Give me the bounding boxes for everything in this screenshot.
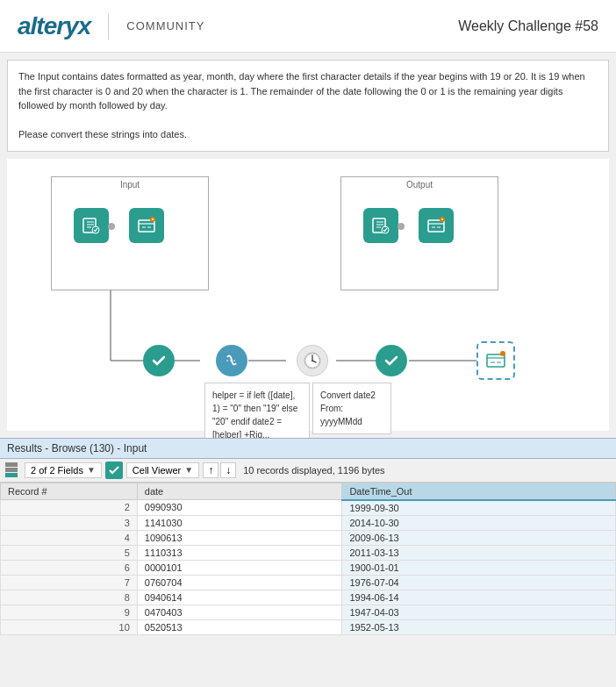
header-divider [108,13,109,39]
description-text2: Please convert these strings into dates. [18,127,598,142]
cell-record: 7 [1,575,138,590]
table-row: 8 0940614 1994-06-14 [1,590,616,605]
col-header-datetime[interactable]: DateTime_Out [342,483,616,500]
cell-record: 10 [1,619,138,634]
app-header: alteryx COMMUNITY Weekly Challenge #58 [0,0,616,53]
table-row: 4 1090613 2009-06-13 [1,530,616,545]
table-row: 2 0990930 1999-09-30 [1,500,616,516]
view-mode-icons [5,462,18,477]
cell-date: 0940614 [137,590,342,605]
sort-buttons: ↑ ↓ [203,462,236,478]
check-icon-green[interactable] [105,462,123,479]
cell-date: 1110313 [137,545,342,560]
col-header-record[interactable]: Record # [1,483,138,500]
anchor-dot1 [108,223,115,230]
community-label: COMMUNITY [126,19,204,32]
cell-date: 0520513 [137,619,342,634]
list-view-icon[interactable] [5,468,18,472]
cell-datetime: 1952-05-13 [342,619,616,634]
input-read-icon[interactable] [74,208,109,243]
viewer-label: Cell Viewer [133,465,181,476]
description-box: The Input contains dates formatted as ye… [7,60,609,152]
table-view-icon[interactable] [5,473,18,477]
svg-point-19 [312,359,313,361]
cell-datetime: 2014-10-30 [342,515,616,530]
col-header-date[interactable]: date [137,483,342,500]
browse-tool-end[interactable] [476,341,515,380]
cell-date: 0000101 [137,560,342,575]
output-read-icon[interactable] [363,208,398,243]
cell-datetime: 1947-04-03 [342,605,616,619]
challenge-title: Weekly Challenge #58 [458,18,598,34]
fields-label: 2 of 2 Fields [31,465,83,476]
records-info: 10 records displayed, 1196 bytes [243,465,384,476]
cell-date: 0470403 [137,605,342,619]
cell-datetime: 1900-01-01 [342,560,616,575]
cell-datetime: 1999-09-30 [342,500,616,516]
cell-record: 6 [1,560,138,575]
fields-dropdown[interactable]: 2 of 2 Fields ▼ [25,462,102,478]
table-row: 10 0520513 1952-05-13 [1,619,616,634]
cell-datetime: 2011-03-13 [342,545,616,560]
cell-datetime: 1976-07-04 [342,575,616,590]
datetime-tooltip-text: Convert date2 From: yyyyMMdd [320,390,376,426]
grid-view-icon[interactable] [5,462,18,467]
table-row: 3 1141030 2014-10-30 [1,515,616,530]
results-bar-label: Results - Browse (130) - Input [7,442,147,454]
results-section: Results - Browse (130) - Input 2 of 2 Fi… [0,438,616,635]
datetime-tool[interactable] [297,345,328,376]
cell-record: 4 [1,530,138,545]
table-row: 9 0470403 1947-04-03 [1,605,616,619]
results-bar: Results - Browse (130) - Input [0,438,616,459]
alteryx-logo: alteryx [18,12,90,40]
cell-record: 8 [1,590,138,605]
svg-rect-20 [487,354,505,367]
cell-record: 5 [1,545,138,560]
input-workflow-box: Input [51,176,209,290]
output-workflow-box: Output [340,176,498,290]
cell-datetime: 2009-06-13 [342,530,616,545]
input-browse-icon[interactable] [129,208,164,243]
output-browse-icon[interactable] [419,208,454,243]
table-row: 6 0000101 1900-01-01 [1,560,616,575]
data-table-container: Record # date DateTime_Out 2 0990930 199… [0,483,616,635]
cell-date: 1090613 [137,530,342,545]
output-box-label: Output [341,177,498,192]
sort-up-button[interactable]: ↑ [203,462,218,478]
fields-dropdown-arrow: ▼ [87,465,96,475]
formula-tooltip-text: helper = if left ([date], 1) = "0" then … [212,390,297,440]
anchor-dot2 [398,223,405,230]
table-row: 7 0760704 1976-07-04 [1,575,616,590]
sort-down-button[interactable]: ↓ [220,462,236,478]
cell-date: 0760704 [137,575,342,590]
datetime-tooltip: Convert date2 From: yyyyMMdd [312,383,391,434]
viewer-dropdown[interactable]: Cell Viewer ▼ [126,462,199,478]
input-box-label: Input [52,177,208,192]
svg-point-21 [500,351,505,356]
select-tool-1[interactable] [143,345,175,376]
description-text1: The Input contains dates formatted as ye… [18,69,598,113]
formula-tool[interactable] [216,345,247,376]
viewer-dropdown-arrow: ▼ [184,465,193,475]
cell-record: 9 [1,605,138,619]
svg-rect-10 [139,220,154,232]
cell-datetime: 1994-06-14 [342,590,616,605]
svg-rect-14 [428,220,444,232]
cell-date: 0990930 [137,500,342,516]
cell-record: 2 [1,500,138,516]
select-tool-2[interactable] [376,345,407,376]
workflow-canvas: Input Output [7,159,609,431]
cell-record: 3 [1,515,138,530]
cell-date: 1141030 [137,515,342,530]
data-table: Record # date DateTime_Out 2 0990930 199… [0,483,616,635]
table-row: 5 1110313 2011-03-13 [1,545,616,560]
